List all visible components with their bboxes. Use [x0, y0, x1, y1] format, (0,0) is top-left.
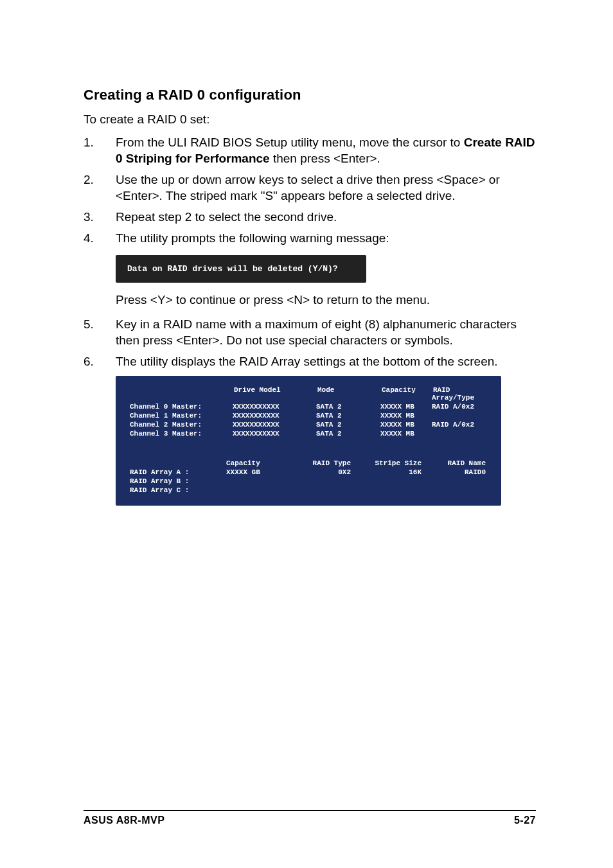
- step-number: 4.: [84, 230, 116, 246]
- step-item: 3. Repeat step 2 to select the second dr…: [84, 209, 536, 225]
- steps-list-1: 1. From the ULI RAID BIOS Setup utility …: [84, 134, 536, 246]
- bios-header-mode: Mode: [316, 386, 380, 402]
- bios-cell-array: RAID Array B :: [130, 477, 226, 485]
- step-number: 3.: [84, 209, 116, 225]
- step-text-pre: From the ULI RAID BIOS Setup utility men…: [116, 136, 464, 149]
- step-text-post: then press <Enter>.: [270, 152, 380, 165]
- step-text-pre: Use the up or down arrow keys to select …: [116, 173, 500, 202]
- step-item: 5. Key in a RAID name with a maximum of …: [84, 316, 536, 348]
- step-number: 6.: [84, 353, 116, 369]
- warning-box: Data on RAID drives will be deleted (Y/N…: [116, 255, 366, 283]
- bios-cell-capacity: XXXXX MB: [380, 421, 432, 429]
- bios-cell-raid: [432, 430, 490, 438]
- bios-header-raid-name: RAID Name: [425, 459, 490, 467]
- bios-cell-raid: [432, 412, 490, 420]
- bios-cell-mode: SATA 2: [316, 421, 380, 429]
- bios-header-blank: [130, 459, 226, 467]
- bios-header-blank: [130, 386, 233, 402]
- step-item: 2. Use the up or down arrow keys to sele…: [84, 172, 536, 204]
- bios-cell-raid-name: RAID0: [425, 468, 490, 476]
- bios-header-capacity: Capacity: [380, 386, 432, 402]
- bios-cell-channel: Channel 0 Master:: [130, 403, 233, 411]
- bios-cell-raid: RAID A/0x2: [432, 403, 490, 411]
- bios-drive-table: Drive Model Mode Capacity RAID Array/Typ…: [130, 386, 487, 438]
- step-text-pre: Repeat step 2 to select the second drive…: [116, 210, 337, 224]
- step-item: 6. The utility displays the RAID Array s…: [84, 353, 536, 369]
- step-body: The utility prompts the following warnin…: [116, 230, 536, 246]
- step-text-pre: The utility displays the RAID Array sett…: [116, 355, 498, 368]
- bios-cell-raid-name: [425, 486, 490, 494]
- warning-text: Data on RAID drives will be deleted (Y/N…: [127, 264, 338, 274]
- bios-header-raid-array-type: RAID Array/Type: [432, 386, 490, 402]
- bios-cell-model: XXXXXXXXXXX: [233, 412, 316, 420]
- bios-spacer: [130, 438, 487, 457]
- footer-left: ASUS A8R-MVP: [84, 815, 164, 826]
- bios-raid-array-table: Capacity RAID Type Stripe Size RAID Name…: [130, 459, 487, 494]
- page-container: Creating a RAID 0 configuration To creat…: [0, 0, 613, 868]
- bios-cell-raid-name: [425, 477, 490, 485]
- bios-cell-channel: Channel 3 Master:: [130, 430, 233, 438]
- bios-cell-capacity: XXXXX MB: [380, 430, 432, 438]
- step-number: 2.: [84, 172, 116, 204]
- bios-cell-raid-type: [290, 477, 355, 485]
- footer-right: 5-27: [514, 815, 536, 826]
- bios-cell-array: RAID Array A :: [130, 468, 226, 476]
- page-footer: ASUS A8R-MVP 5-27: [84, 810, 536, 826]
- bios-cell-array: RAID Array C :: [130, 486, 226, 494]
- step-text-pre: Key in a RAID name with a maximum of eig…: [116, 317, 517, 347]
- bios-cell-raid-type: [290, 486, 355, 494]
- bios-cell-capacity2: [226, 477, 290, 485]
- bios-cell-channel: Channel 1 Master:: [130, 412, 233, 420]
- bios-header-drive-model: Drive Model: [233, 386, 316, 402]
- bios-cell-mode: SATA 2: [316, 403, 380, 411]
- bios-header-raid-type: RAID Type: [290, 459, 355, 467]
- step-number: 5.: [84, 316, 116, 348]
- step-item: 4. The utility prompts the following war…: [84, 230, 536, 246]
- step-body: From the ULI RAID BIOS Setup utility men…: [116, 134, 536, 166]
- step-item: 1. From the ULI RAID BIOS Setup utility …: [84, 134, 536, 166]
- steps-list-2: 5. Key in a RAID name with a maximum of …: [84, 316, 536, 369]
- bios-cell-capacity2: XXXXX GB: [226, 468, 290, 476]
- step-body: Key in a RAID name with a maximum of eig…: [116, 316, 536, 348]
- bios-cell-model: XXXXXXXXXXX: [233, 430, 316, 438]
- step-body: The utility displays the RAID Array sett…: [116, 353, 536, 369]
- step-text-pre: The utility prompts the following warnin…: [116, 231, 389, 245]
- bios-cell-raid-type: 0X2: [290, 468, 355, 476]
- bios-cell-stripe-size: [355, 486, 425, 494]
- bios-cell-mode: SATA 2: [316, 430, 380, 438]
- bios-cell-stripe-size: 16K: [355, 468, 425, 476]
- bios-cell-capacity: XXXXX MB: [380, 412, 432, 420]
- bios-header-capacity2: Capacity: [226, 459, 290, 467]
- step-body: Use the up or down arrow keys to select …: [116, 172, 536, 204]
- step-body: Repeat step 2 to select the second drive…: [116, 209, 536, 225]
- intro-text: To create a RAID 0 set:: [84, 112, 536, 127]
- step-number: 1.: [84, 134, 116, 166]
- section-heading: Creating a RAID 0 configuration: [84, 87, 536, 103]
- bios-screen: Drive Model Mode Capacity RAID Array/Typ…: [116, 376, 501, 506]
- bios-cell-model: XXXXXXXXXXX: [233, 403, 316, 411]
- bios-cell-capacity2: [226, 486, 290, 494]
- after-warning-text: Press <Y> to continue or press <N> to re…: [116, 292, 536, 308]
- bios-cell-capacity: XXXXX MB: [380, 403, 432, 411]
- bios-cell-stripe-size: [355, 477, 425, 485]
- bios-cell-mode: SATA 2: [316, 412, 380, 420]
- bios-cell-raid: RAID A/0x2: [432, 421, 490, 429]
- bios-header-stripe-size: Stripe Size: [355, 459, 425, 467]
- bios-cell-channel: Channel 2 Master:: [130, 421, 233, 429]
- bios-cell-model: XXXXXXXXXXX: [233, 421, 316, 429]
